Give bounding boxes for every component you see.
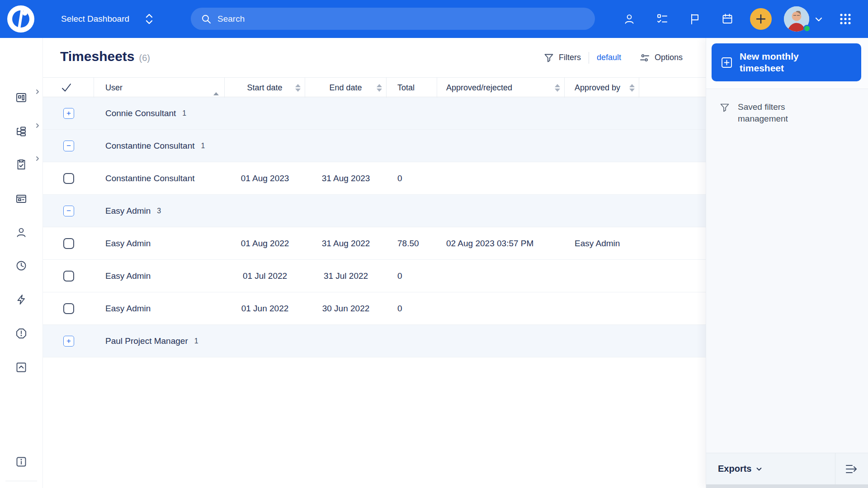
account-menu-chevron[interactable] xyxy=(814,14,824,24)
tasks-icon xyxy=(656,13,668,25)
column-label: User xyxy=(105,83,123,93)
announcements-button[interactable] xyxy=(689,13,701,25)
row-checkbox[interactable] xyxy=(63,238,74,249)
collapse-button[interactable]: − xyxy=(63,141,74,151)
project-tree-icon xyxy=(15,126,27,137)
chevron-down-icon xyxy=(755,465,763,473)
column-header-approved-rejected[interactable]: Approved/rejected xyxy=(437,78,565,98)
column-label: Total xyxy=(397,83,415,93)
calendar-button[interactable] xyxy=(722,13,733,25)
new-button-section: New monthly timesheet xyxy=(706,38,868,89)
column-header-total[interactable]: Total xyxy=(387,78,437,98)
cell-user: Constantine Consultant xyxy=(94,162,225,194)
sidebar-item-info[interactable] xyxy=(15,456,27,468)
sidebar-item-projects[interactable] xyxy=(15,126,27,137)
sidebar xyxy=(0,38,43,488)
row-checkbox[interactable] xyxy=(63,173,74,184)
sidebar-item-boards[interactable] xyxy=(15,193,27,205)
page-header: Timesheets (6) Filters default Options xyxy=(43,38,706,77)
sidebar-chevron-projects[interactable] xyxy=(34,122,41,129)
quick-add-button[interactable] xyxy=(750,8,772,30)
table-row-group[interactable]: − Constantine Consultant 1 xyxy=(43,130,706,162)
page-title: Timesheets (6) xyxy=(60,49,150,64)
funnel-icon xyxy=(719,102,730,113)
sliders-icon xyxy=(639,52,650,63)
sort-icon xyxy=(377,84,382,92)
cell-start-date: 01 Aug 2023 xyxy=(225,162,305,194)
clipboard-check-icon xyxy=(15,159,27,170)
row-checkbox[interactable] xyxy=(63,271,74,282)
sidebar-item-users[interactable] xyxy=(15,226,27,238)
table-row-group[interactable]: − Easy Admin 3 xyxy=(43,195,706,227)
user-profile-button[interactable] xyxy=(623,13,635,25)
table-row[interactable]: Easy Admin 01 Jun 2022 30 Jun 2022 0 xyxy=(43,292,706,325)
panel-collapse-button[interactable] xyxy=(844,462,859,476)
new-monthly-timesheet-button[interactable]: New monthly timesheet xyxy=(712,43,861,81)
right-panel: New monthly timesheet Saved filters mana… xyxy=(706,38,868,488)
select-dashboard-button[interactable]: Select Dashboard xyxy=(61,0,154,38)
sidebar-item-quick-actions[interactable] xyxy=(15,294,27,305)
sidebar-item-upgrade[interactable] xyxy=(15,361,27,373)
upload-square-icon xyxy=(15,361,27,373)
user-avatar[interactable] xyxy=(784,6,809,32)
column-header-approved-by[interactable]: Approved by xyxy=(565,78,639,98)
cell-end-date: 31 Jul 2022 xyxy=(305,260,387,292)
table-row[interactable]: Easy Admin 01 Jul 2022 31 Jul 2022 0 xyxy=(43,260,706,292)
filters-button[interactable]: Filters xyxy=(543,52,581,63)
column-label: End date xyxy=(329,83,362,93)
sidebar-item-dashboards[interactable] xyxy=(15,92,27,103)
clock-icon xyxy=(15,260,27,272)
table-row-group[interactable]: + Paul Project Manager 1 xyxy=(43,325,706,357)
apps-menu-button[interactable] xyxy=(840,13,851,25)
default-filter-link[interactable]: default xyxy=(597,53,621,62)
expand-button[interactable]: + xyxy=(63,108,74,119)
options-button[interactable]: Options xyxy=(639,52,683,63)
table-header: User Start date End date Total Approved/… xyxy=(43,77,706,97)
saved-filters-management-button[interactable]: Saved filters management xyxy=(719,101,821,124)
app-logo-icon[interactable] xyxy=(6,5,35,33)
sort-ascending-icon xyxy=(213,83,219,93)
search-bar[interactable] xyxy=(191,8,595,30)
cell-user: Easy Admin xyxy=(94,227,225,259)
search-input[interactable] xyxy=(217,14,570,24)
column-header-user[interactable]: User xyxy=(94,78,225,98)
tasks-button[interactable] xyxy=(656,13,668,25)
page-title-text: Timesheets xyxy=(60,49,135,64)
cell-end-date: 30 Jun 2022 xyxy=(305,292,387,324)
column-header-start-date[interactable]: Start date xyxy=(225,78,305,98)
exports-button[interactable]: Exports xyxy=(718,464,763,474)
sort-icon xyxy=(629,84,635,92)
cell-approved-by: Easy Admin xyxy=(565,227,639,259)
sort-icon xyxy=(555,84,560,92)
table-row-group[interactable]: + Connie Consultant 1 xyxy=(43,97,706,130)
new-monthly-timesheet-label: New monthly timesheet xyxy=(740,51,830,75)
select-chevrons-icon xyxy=(145,13,154,25)
sidebar-item-time[interactable] xyxy=(15,260,27,272)
group-cell: Constantine Consultant 1 xyxy=(94,141,706,151)
cell-total: 0 xyxy=(387,162,437,194)
collapse-button[interactable]: − xyxy=(63,206,74,216)
cell-approved-rejected xyxy=(437,260,565,292)
check-icon xyxy=(61,82,72,94)
record-count: (6) xyxy=(139,53,150,63)
column-label: Start date xyxy=(247,83,282,93)
table-row[interactable]: Easy Admin 01 Aug 2022 31 Aug 2022 78.50… xyxy=(43,227,706,260)
lightning-icon xyxy=(15,294,27,305)
expand-button[interactable]: + xyxy=(63,336,74,347)
sidebar-chevron-dashboards[interactable] xyxy=(34,89,41,95)
column-label: Approved/rejected xyxy=(446,83,512,93)
filters-label: Filters xyxy=(559,53,581,62)
exports-bar: Exports xyxy=(706,453,868,484)
column-header-end-date[interactable]: End date xyxy=(305,78,387,98)
funnel-icon xyxy=(543,52,554,63)
chevron-right-icon xyxy=(34,122,41,129)
sidebar-chevron-tasks[interactable] xyxy=(34,155,41,162)
saved-filters-label: Saved filters management xyxy=(738,101,821,124)
table-row[interactable]: Constantine Consultant 01 Aug 2023 31 Au… xyxy=(43,162,706,195)
sidebar-item-alerts[interactable] xyxy=(15,328,27,339)
row-checkbox[interactable] xyxy=(63,303,74,314)
toolbar-divider xyxy=(589,52,589,64)
sidebar-item-tasks[interactable] xyxy=(15,159,27,170)
sidebar-divider xyxy=(5,481,37,481)
select-all-header[interactable] xyxy=(43,78,94,98)
